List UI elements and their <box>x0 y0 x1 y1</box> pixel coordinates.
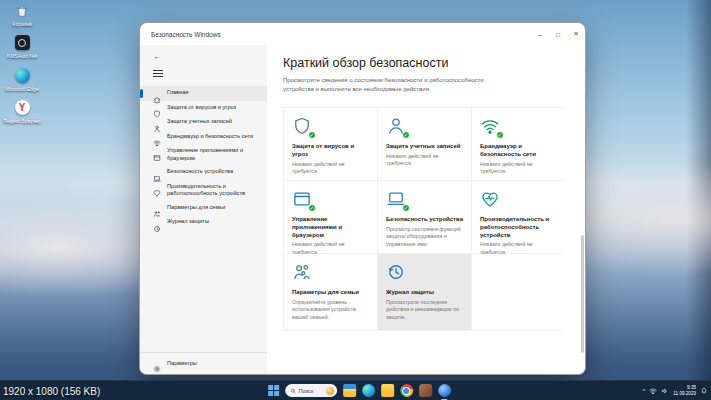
desktop-icon-edge[interactable]: Microsoft Edge <box>2 67 42 92</box>
tile-desc: Никаких действий не требуется. <box>386 153 463 168</box>
check-badge-icon: ✓ <box>402 204 411 213</box>
tile-title: Безопасность устройства <box>386 216 463 224</box>
back-button[interactable]: ← <box>140 45 267 61</box>
volume-icon[interactable] <box>661 387 669 395</box>
system-tray: ^ 9:35 11.09.2023 <box>643 381 708 400</box>
taskbar-clock[interactable]: 9:35 11.09.2023 <box>673 385 696 396</box>
notification-bell-icon[interactable] <box>700 387 708 395</box>
tile-title: Производительность и работоспособность у… <box>480 216 557 239</box>
tile-virus-protection[interactable]: ✓ Защита от вирусов и угроз Никаких дейс… <box>284 108 377 180</box>
sidebar-item-firewall[interactable]: Брандмауэр и безопасность сети <box>140 130 267 145</box>
settings-label: Параметры <box>167 360 197 366</box>
window-titlebar[interactable]: Безопасность Windows – □ ✕ <box>140 23 585 45</box>
hidden-icons-chevron[interactable]: ^ <box>643 388 646 394</box>
wifi-check-icon: ✓ <box>480 116 502 138</box>
check-badge-icon: ✓ <box>402 131 411 140</box>
tile-account-protection[interactable]: ✓ Защита учетных записей Никаких действи… <box>378 108 471 180</box>
menu-icon[interactable] <box>153 70 163 77</box>
tile-title: Управление приложениями и браузером <box>292 216 369 239</box>
search-icon <box>290 388 296 394</box>
sidebar-item-label: Журнал защиты <box>167 218 209 226</box>
tile-title: Защита от вирусов и угроз <box>292 143 369 159</box>
recycle-bin-icon <box>14 2 31 19</box>
family-icon <box>153 204 161 212</box>
tile-title: Параметры для семьи <box>292 289 369 297</box>
person-check-icon: ✓ <box>386 116 408 138</box>
tile-title: Журнал защиты <box>386 289 463 297</box>
tile-family-options[interactable]: Параметры для семьи Определяйте уровень … <box>284 254 377 330</box>
tile-device-security[interactable]: ✓ Безопасность устройства Просмотр состо… <box>378 181 471 253</box>
sidebar-item-label: Брандмауэр и безопасность сети <box>167 133 253 141</box>
desktop-icon-yandex[interactable]: Y Яндекс Браузер <box>2 99 42 124</box>
sidebar-item-label: Безопасность устройства <box>167 168 233 176</box>
sidebar-item-family-options[interactable]: Параметры для семьи <box>140 201 267 216</box>
tile-firewall[interactable]: ✓ Брандмауэр и безопасность сети Никаких… <box>472 108 565 180</box>
desktop-icon-kmsauto[interactable]: KMSAuto Net <box>2 34 42 59</box>
family-icon <box>292 262 314 284</box>
app-window-icon <box>153 148 161 156</box>
edge-icon[interactable] <box>362 384 375 397</box>
minimize-button[interactable]: – <box>531 23 549 45</box>
app-window-check-icon: ✓ <box>292 189 314 211</box>
search-highlight-icon <box>326 387 334 395</box>
tile-empty-cell <box>472 254 565 330</box>
tile-desc: Просмотрите последние действия и рекомен… <box>386 299 463 322</box>
search-placeholder: Поиск <box>299 388 323 394</box>
sidebar-item-protection-history[interactable]: Журнал защиты <box>140 215 267 230</box>
sidebar-item-label: Параметры для семьи <box>167 204 225 212</box>
taskbar: Поиск ^ 9:35 11.09.2023 <box>0 380 711 400</box>
taskbar-center: Поиск <box>268 381 451 400</box>
sidebar-item-label: Производительность и работоспособность у… <box>167 183 261 198</box>
scrollbar[interactable] <box>581 235 584 353</box>
desktop-icon-label: Microsoft Edge <box>5 86 38 92</box>
check-badge-icon: ✓ <box>308 204 317 213</box>
sidebar-item-home[interactable]: Главная <box>140 86 267 101</box>
heart-pulse-icon <box>153 183 161 191</box>
shield-check-icon: ✓ <box>292 116 314 138</box>
desktop-icon-recycle-bin[interactable]: Корзина <box>2 2 42 27</box>
shield-icon <box>153 104 161 112</box>
file-explorer-icon[interactable] <box>343 384 356 397</box>
check-badge-icon: ✓ <box>308 131 317 140</box>
sidebar-item-virus-protection[interactable]: Защита от вирусов и угроз <box>140 101 267 116</box>
sidebar-item-device-security[interactable]: Безопасность устройства <box>140 165 267 180</box>
tile-device-performance[interactable]: Производительность и работоспособность у… <box>472 181 565 253</box>
laptop-icon <box>153 169 161 177</box>
tile-desc: Определяйте уровень использования устрой… <box>292 299 369 322</box>
windows-security-window: Безопасность Windows – □ ✕ ← Главная Защ… <box>139 22 586 375</box>
history-clock-icon <box>153 219 161 227</box>
history-clock-icon <box>386 262 408 284</box>
taskbar-search[interactable]: Поиск <box>285 384 337 397</box>
security-tiles-grid: ✓ Защита от вирусов и угроз Никаких дейс… <box>283 107 564 331</box>
heart-pulse-icon <box>480 189 502 211</box>
folder-icon[interactable] <box>381 384 394 397</box>
close-button[interactable]: ✕ <box>567 23 585 45</box>
desktop-icon-label: Корзина <box>12 21 31 27</box>
windows-security-taskbar-icon[interactable] <box>438 384 451 397</box>
maximize-button[interactable]: □ <box>549 23 567 45</box>
desktop-icon-column: Корзина KMSAuto Net Microsoft Edge Y Янд… <box>2 2 42 124</box>
tile-desc: Просмотр состояния функций защиты оборуд… <box>386 226 463 249</box>
sidebar-item-label: Главная <box>167 89 188 97</box>
laptop-check-icon: ✓ <box>386 189 408 211</box>
sidebar-item-label: Управление приложениями и браузером <box>167 147 261 162</box>
main-content: Краткий обзор безопасности Просмотрите с… <box>267 45 585 374</box>
window-title: Безопасность Windows <box>140 31 531 38</box>
tile-app-browser-control[interactable]: ✓ Управление приложениями и браузером Ни… <box>284 181 377 253</box>
yandex-browser-icon: Y <box>14 99 31 116</box>
page-subtitle: Просмотрите сведения о состоянии безопас… <box>283 76 508 94</box>
tile-protection-history[interactable]: Журнал защиты Просмотрите последние дейс… <box>378 254 471 330</box>
network-icon[interactable] <box>649 387 657 395</box>
sidebar-item-device-performance[interactable]: Производительность и работоспособность у… <box>140 180 267 201</box>
pinned-app-icon[interactable] <box>419 384 432 397</box>
person-icon <box>153 119 161 127</box>
start-button[interactable] <box>268 385 279 396</box>
sidebar-item-settings[interactable]: Параметры <box>140 352 267 374</box>
desktop-icon-label: KMSAuto Net <box>7 53 37 59</box>
caption-buttons: – □ ✕ <box>531 23 585 45</box>
sidebar-item-app-browser-control[interactable]: Управление приложениями и браузером <box>140 144 267 165</box>
chrome-icon[interactable] <box>400 384 413 397</box>
sidebar-item-account-protection[interactable]: Защита учетных записей <box>140 115 267 130</box>
tile-desc: Никаких действий не требуется. <box>480 161 557 176</box>
sidebar: ← Главная Защита от вирусов и угроз Защи… <box>140 45 267 374</box>
